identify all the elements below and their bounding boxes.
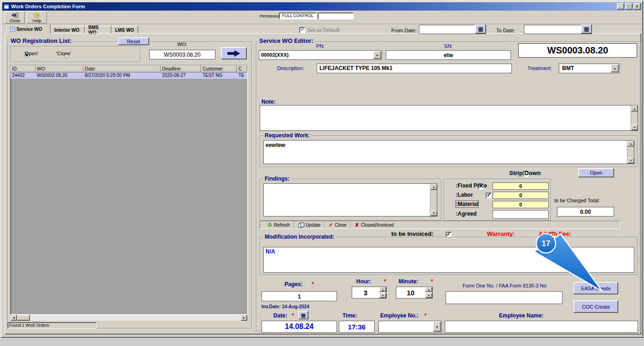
requested-scrollbar[interactable]: ▲ ▼ [627, 141, 634, 164]
scroll-right-button[interactable]: ► [241, 315, 247, 321]
scroll-down-icon[interactable]: ▼ [627, 158, 634, 164]
tab-service-wo[interactable]: Service WO [6, 24, 51, 34]
scroll-down-icon[interactable]: ▼ [430, 210, 437, 216]
right-arrow-icon [226, 50, 241, 57]
permission-extra-field [318, 12, 354, 19]
dropdown-arrow-icon[interactable]: ▼ [373, 51, 381, 59]
update-button[interactable]: Update [295, 221, 325, 229]
close-window-button[interactable]: × [633, 3, 641, 10]
close-button[interactable]: Close [5, 12, 25, 23]
note-scrollbar[interactable]: ▲ ▼ [631, 106, 638, 130]
wo-table-header: ID: WO: Date: Deadline: Customer: C [11, 65, 247, 72]
agreed-field[interactable] [493, 210, 549, 219]
help-icon: ? [34, 12, 40, 18]
col-header-customer[interactable]: Customer: [201, 65, 237, 72]
tab-bms-wo[interactable]: BMS WO [85, 26, 111, 34]
date-field[interactable]: 14.08.24 [261, 321, 337, 333]
minute-down-button[interactable]: ▼ [425, 293, 432, 298]
treatment-combo[interactable]: BMT ▼ [559, 64, 620, 73]
open-button[interactable]: Open [578, 168, 614, 177]
radio-close-label: 'Close' [56, 51, 71, 56]
col-header-wo[interactable]: WO: [35, 65, 83, 72]
note-textarea[interactable]: ▲ ▼ [260, 105, 638, 131]
close-wo-button[interactable]: ✔ Close [325, 221, 351, 229]
pn-label: PN: [259, 43, 382, 49]
wo-search-field[interactable]: WS0003.08.20 [149, 50, 215, 59]
date-calendar-button[interactable]: ▦ [298, 311, 308, 319]
go-arrow-button[interactable] [221, 47, 247, 59]
minute-spinner[interactable]: 10 ▲ ▼ [396, 287, 433, 299]
employee-name-label: Employee Name: [499, 312, 544, 319]
help-button[interactable]: ? Help [27, 12, 47, 23]
minute-up-button[interactable]: ▲ [425, 287, 432, 292]
minimize-button[interactable]: _ [617, 3, 624, 10]
svg-text:?: ? [35, 13, 38, 18]
closed-invoiced-button[interactable]: ✘ Closed/Invoiced [351, 221, 397, 229]
requested-work-textarea[interactable]: eewtew ▲ ▼ [263, 140, 634, 164]
dropdown-arrow-icon[interactable]: ▼ [611, 65, 619, 72]
callout-number: 17 [542, 239, 551, 248]
exit-icon [11, 12, 18, 18]
date-required-marker: * [292, 312, 294, 319]
cell-customer: TEST NG [201, 72, 237, 79]
hour-spinner[interactable]: 3 ▲ ▼ [352, 287, 387, 299]
warranty-label: Warranty: [487, 230, 515, 237]
table-row[interactable]: 24402 WS0003.08.20 8/27/2020 5:29:00 PM … [11, 72, 247, 79]
labor-checkbox[interactable] [486, 193, 492, 199]
hour-down-button[interactable]: ▼ [379, 293, 386, 298]
note-label: Note: [261, 99, 276, 105]
from-date-calendar-button[interactable]: ▦ [475, 24, 486, 34]
pn-combo[interactable]: 00002(XXX) ▼ [259, 50, 382, 60]
scroll-thumb[interactable] [17, 315, 30, 321]
treatment-label: Treatment: [528, 65, 552, 71]
col-header-date[interactable]: Date: [83, 65, 161, 72]
calendar-icon: ▦ [584, 26, 589, 32]
pages-field[interactable]: 1 [261, 291, 337, 301]
coc-create-button[interactable]: COC Create [574, 300, 618, 313]
refresh-icon: ♻ [267, 222, 272, 228]
table-hscrollbar[interactable]: ◄ ► [11, 315, 247, 321]
note-value [260, 106, 638, 107]
scroll-up-icon[interactable]: ▲ [430, 184, 437, 190]
set-as-default-label: Set as Default [307, 27, 339, 33]
scroll-up-icon[interactable]: ▲ [631, 106, 638, 111]
employee-no-required-marker: * [424, 312, 427, 319]
set-as-default-checkbox[interactable] [299, 27, 305, 33]
time-field[interactable]: 17:36 [339, 321, 375, 333]
tab-lms-wo[interactable]: LMS WO [111, 26, 138, 34]
to-date-calendar-button[interactable]: ▦ [581, 24, 592, 34]
hour-up-button[interactable]: ▲ [379, 287, 386, 292]
radio-open-label: 'Open' [24, 51, 38, 56]
screen: Work Orders Completion Form _ □ × Close … [0, 0, 644, 346]
wo-table[interactable]: ID: WO: Date: Deadline: Customer: C 2440… [10, 65, 248, 315]
maximize-button[interactable]: □ [625, 3, 632, 10]
requested-work-value: eewtew [264, 141, 634, 150]
findings-scrollbar[interactable]: ▲ ▼ [430, 184, 437, 216]
col-header-cut[interactable]: C [237, 65, 247, 72]
cross-icon: ✘ [355, 222, 359, 228]
col-header-deadline[interactable]: Deadline: [161, 65, 201, 72]
tab-interior-wo[interactable]: Interior WO [51, 26, 85, 34]
refresh-button[interactable]: ♻ Refresh [264, 221, 295, 229]
findings-value [264, 184, 437, 186]
window-controls: _ □ × [617, 3, 641, 10]
labor-field[interactable]: 0 [493, 192, 549, 199]
pages-label-row: Pages: * [261, 281, 337, 287]
employee-no-label: Employee No.: [380, 312, 418, 319]
col-header-id[interactable]: ID: [11, 65, 35, 72]
employee-name-field[interactable] [445, 321, 638, 333]
scroll-up-icon[interactable]: ▲ [627, 141, 634, 147]
findings-textarea[interactable]: ▲ ▼ [263, 183, 437, 217]
callout-arrow-17: 17 [519, 227, 621, 300]
reset-button[interactable]: Reset [118, 37, 149, 45]
scroll-left-button[interactable]: ◄ [11, 315, 17, 321]
to-be-invoiced-label: to be Invoiced: [391, 230, 434, 237]
calendar-icon: ▦ [478, 26, 483, 32]
description-field[interactable]: LIFEJACKET TYPE 105 Mk1 [317, 64, 512, 73]
fixed-price-field[interactable]: 0 [493, 182, 549, 190]
employee-no-combo[interactable]: ▼ [378, 321, 442, 333]
dropdown-arrow-icon[interactable]: ▼ [433, 322, 441, 332]
scroll-down-icon[interactable]: ▼ [631, 124, 638, 130]
material-field[interactable]: 0 [493, 201, 549, 208]
sn-field[interactable]: etw [386, 50, 511, 60]
